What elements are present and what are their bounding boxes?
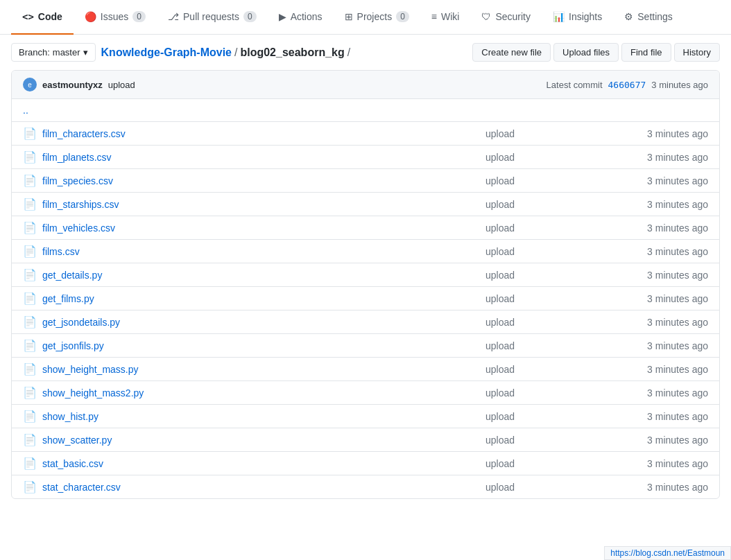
file-name: get_jsondetails.py xyxy=(42,317,396,328)
file-link[interactable]: film_starships.csv xyxy=(42,199,119,210)
file-name: films.csv xyxy=(42,246,396,257)
branch-button[interactable]: Branch: master ▾ xyxy=(11,43,96,62)
tab-settings-label: Settings xyxy=(637,11,673,22)
file-commit-time: 3 minutes ago xyxy=(604,458,708,469)
file-commit-message: upload xyxy=(396,364,604,375)
file-icon: 📄 xyxy=(23,480,37,493)
commit-label: Latest commit xyxy=(547,80,603,90)
tab-insights[interactable]: 📊 Insights xyxy=(542,0,613,35)
tab-pull-requests[interactable]: ⎇ Pull requests 0 xyxy=(157,0,268,35)
file-link[interactable]: get_details.py xyxy=(42,270,102,281)
file-commit-message: upload xyxy=(396,175,604,186)
table-row: 📄 film_vehicles.csv upload 3 minutes ago xyxy=(12,216,719,240)
table-row: 📄 show_height_mass2.py upload 3 minutes … xyxy=(12,381,719,405)
breadcrumb-separator: / xyxy=(234,46,237,59)
upload-files-button[interactable]: Upload files xyxy=(553,43,619,62)
file-icon: 📄 xyxy=(23,292,37,305)
file-commit-message: upload xyxy=(396,435,604,446)
file-icon: 📄 xyxy=(23,315,37,329)
file-commit-time: 3 minutes ago xyxy=(604,411,708,422)
commit-row: e eastmountyxz upload Latest commit 4660… xyxy=(12,71,719,99)
file-icon: 📄 xyxy=(23,150,37,164)
file-commit-time: 3 minutes ago xyxy=(604,222,708,234)
table-row: 📄 get_jsondetails.py upload 3 minutes ag… xyxy=(12,310,719,334)
file-name: film_species.csv xyxy=(42,175,396,186)
file-link[interactable]: film_planets.csv xyxy=(42,152,112,163)
branch-name: master xyxy=(53,47,80,58)
file-link[interactable]: stat_basic.csv xyxy=(42,458,103,469)
file-link[interactable]: show_height_mass2.py xyxy=(42,387,144,399)
file-icon: 📄 xyxy=(23,410,37,423)
parent-dir-row[interactable]: .. xyxy=(12,99,719,122)
history-button[interactable]: History xyxy=(674,43,720,62)
file-name: film_starships.csv xyxy=(42,199,396,210)
commit-hash-link[interactable]: 4660677 xyxy=(608,80,646,90)
parent-dir-label: .. xyxy=(23,105,28,116)
file-name: film_vehicles.csv xyxy=(42,222,396,234)
pull-requests-icon: ⎇ xyxy=(168,11,179,22)
avatar: e xyxy=(23,78,37,91)
table-row: 📄 get_jsonfils.py upload 3 minutes ago xyxy=(12,334,719,358)
issues-badge: 0 xyxy=(132,11,146,22)
file-icon: 📄 xyxy=(23,174,37,187)
tab-pull-requests-label: Pull requests xyxy=(183,11,239,22)
wiki-icon: ≡ xyxy=(431,11,437,22)
chevron-down-icon: ▾ xyxy=(83,47,88,58)
file-commit-message: upload xyxy=(396,128,604,139)
table-row: 📄 get_films.py upload 3 minutes ago xyxy=(12,287,719,310)
file-commit-time: 3 minutes ago xyxy=(604,387,708,399)
tab-settings[interactable]: ⚙ Settings xyxy=(613,0,684,35)
tab-actions[interactable]: ▶ Actions xyxy=(268,0,334,35)
file-name: film_planets.csv xyxy=(42,152,396,163)
tab-security[interactable]: 🛡 Security xyxy=(470,0,542,35)
file-link[interactable]: show_height_mass.py xyxy=(42,364,139,375)
file-link[interactable]: films.csv xyxy=(42,246,80,257)
tab-wiki[interactable]: ≡ Wiki xyxy=(420,0,471,35)
file-link[interactable]: stat_character.csv xyxy=(42,482,121,493)
file-commit-time: 3 minutes ago xyxy=(604,175,708,186)
file-icon: 📄 xyxy=(23,127,37,140)
file-name: get_details.py xyxy=(42,270,396,281)
tab-security-label: Security xyxy=(495,11,531,22)
file-commit-message: upload xyxy=(396,293,604,304)
tab-issues[interactable]: 🔴 Issues 0 xyxy=(74,0,157,35)
file-link[interactable]: show_hist.py xyxy=(42,411,98,422)
file-link[interactable]: get_films.py xyxy=(42,293,94,304)
breadcrumb-trailing-slash: / xyxy=(347,46,350,59)
file-link[interactable]: film_characters.csv xyxy=(42,128,126,139)
file-commit-time: 3 minutes ago xyxy=(604,317,708,328)
file-commit-message: upload xyxy=(396,387,604,399)
file-name: show_scatter.py xyxy=(42,435,396,446)
find-file-button[interactable]: Find file xyxy=(621,43,671,62)
file-commit-message: upload xyxy=(396,246,604,257)
tab-projects-label: Projects xyxy=(357,11,393,22)
commit-message: upload xyxy=(108,80,135,90)
file-commit-message: upload xyxy=(396,152,604,163)
file-link[interactable]: film_species.csv xyxy=(42,175,113,186)
top-nav: <> Code 🔴 Issues 0 ⎇ Pull requests 0 ▶ A… xyxy=(0,0,731,35)
security-icon: 🛡 xyxy=(481,11,491,22)
breadcrumb-repo-link[interactable]: Knowledge-Graph-Movie xyxy=(101,46,232,59)
file-name: film_characters.csv xyxy=(42,128,396,139)
pull-requests-badge: 0 xyxy=(243,11,257,22)
tab-code[interactable]: <> Code xyxy=(11,0,74,35)
file-link[interactable]: get_jsondetails.py xyxy=(42,317,120,328)
commit-author[interactable]: eastmountyxz xyxy=(42,80,103,90)
tab-wiki-label: Wiki xyxy=(441,11,459,22)
tab-projects[interactable]: ⊞ Projects 0 xyxy=(334,0,420,35)
file-icon: 📄 xyxy=(23,198,37,211)
tab-insights-label: Insights xyxy=(569,11,602,22)
projects-icon: ⊞ xyxy=(345,11,353,22)
table-row: 📄 show_scatter.py upload 3 minutes ago xyxy=(12,428,719,452)
table-row: 📄 film_characters.csv upload 3 minutes a… xyxy=(12,122,719,146)
file-name: show_hist.py xyxy=(42,411,396,422)
table-row: 📄 show_height_mass.py upload 3 minutes a… xyxy=(12,358,719,381)
create-new-file-button[interactable]: Create new file xyxy=(472,43,551,62)
file-icon: 📄 xyxy=(23,268,37,281)
settings-icon: ⚙ xyxy=(624,11,633,22)
file-link[interactable]: show_scatter.py xyxy=(42,435,112,446)
insights-icon: 📊 xyxy=(553,11,565,22)
file-link[interactable]: film_vehicles.csv xyxy=(42,222,115,234)
file-link[interactable]: get_jsonfils.py xyxy=(42,340,104,351)
file-rows-container: 📄 film_characters.csv upload 3 minutes a… xyxy=(12,122,719,498)
